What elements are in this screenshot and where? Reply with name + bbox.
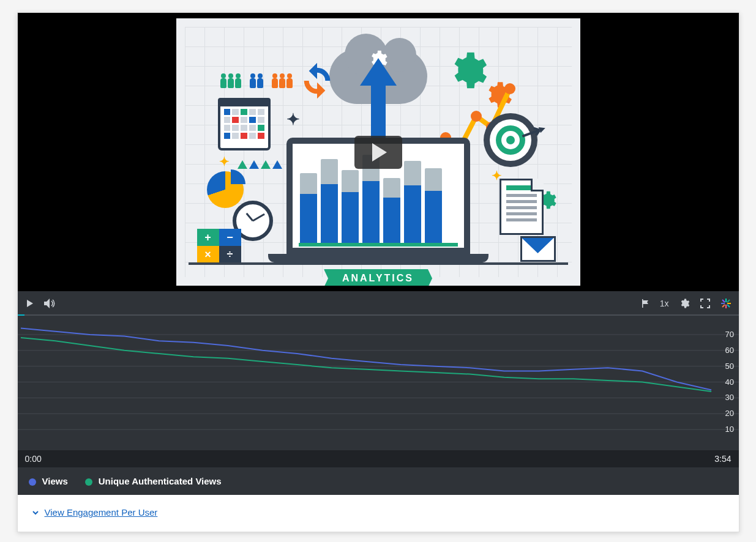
legend-unique-views: Unique Authenticated Views [85, 476, 222, 486]
flag-icon[interactable] [640, 299, 650, 308]
svg-point-5 [504, 83, 515, 94]
volume-icon[interactable] [43, 298, 56, 309]
pie-chart-icon [207, 171, 244, 208]
svg-text:40: 40 [725, 377, 733, 387]
analytics-panel: +−×÷ ✦ ✦ ✦ [17, 12, 739, 532]
target-icon [484, 113, 537, 167]
plus-icon: ✦ [492, 168, 502, 183]
plus-icon: ✦ [286, 110, 300, 129]
plus-icon: ✦ [219, 154, 230, 169]
play-button[interactable] [354, 136, 402, 169]
legend-views: Views [29, 476, 68, 486]
play-icon[interactable] [25, 299, 35, 308]
svg-text:20: 20 [725, 409, 733, 418]
chart-legend: Views Unique Authenticated Views [18, 467, 739, 495]
refresh-icon [298, 61, 337, 100]
svg-point-3 [471, 111, 482, 122]
engagement-chart: 10203040506070 0:00 3:54 Views Unique Au… [18, 316, 739, 495]
people-icon [220, 73, 293, 88]
svg-text:50: 50 [725, 362, 733, 371]
expand-section: View Engagement Per User [18, 495, 739, 532]
svg-text:30: 30 [725, 393, 733, 402]
calculator-icon: +−×÷ [197, 229, 241, 263]
envelope-icon [520, 236, 556, 262]
triangles-icon [238, 160, 282, 169]
engagement-chart-svg: 10203040506070 [18, 322, 739, 450]
calendar-icon [218, 98, 271, 150]
svg-text:70: 70 [725, 330, 733, 339]
view-engagement-per-user-link[interactable]: View Engagement Per User [31, 507, 158, 518]
time-end: 3:54 [714, 454, 731, 464]
player-controls: 1x [18, 291, 739, 316]
settings-gear-icon[interactable] [679, 298, 690, 309]
fullscreen-icon[interactable] [700, 298, 711, 309]
svg-text:60: 60 [725, 346, 733, 355]
video-thumbnail: +−×÷ ✦ ✦ ✦ [176, 18, 580, 286]
playback-speed[interactable]: 1x [660, 299, 669, 308]
expand-link-label: View Engagement Per User [45, 507, 158, 518]
chart-time-axis: 0:00 3:54 [18, 450, 739, 467]
video-player: +−×÷ ✦ ✦ ✦ [18, 13, 739, 291]
brand-spark-icon[interactable] [720, 298, 732, 309]
document-icon [500, 179, 544, 235]
svg-text:10: 10 [725, 425, 733, 434]
time-start: 0:00 [25, 454, 42, 464]
chevron-down-icon [31, 508, 40, 517]
thumbnail-banner: ANALYTICS [324, 269, 432, 286]
